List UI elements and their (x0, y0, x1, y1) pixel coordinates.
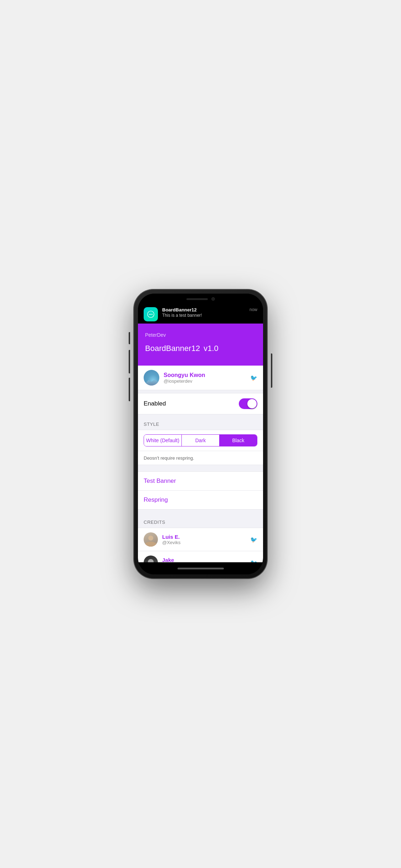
test-banner-label: Test Banner (144, 477, 176, 484)
enabled-toggle[interactable] (239, 398, 257, 409)
style-section-header: STYLE (138, 414, 263, 430)
mute-button (129, 332, 130, 344)
credit-info-1: Jake @the_casle (162, 557, 246, 562)
author-handle: @iospeterdev (164, 378, 246, 384)
author-row[interactable]: Soongyu Kwon @iospeterdev 🐦 (138, 366, 263, 390)
enabled-toggle-row[interactable]: Enabled (138, 393, 263, 414)
notch (172, 294, 229, 304)
home-bar (178, 568, 224, 569)
test-banner-action[interactable]: Test Banner (138, 471, 263, 491)
home-indicator (138, 562, 263, 574)
twitter-icon-credit-0[interactable]: 🐦 (250, 536, 257, 543)
author-avatar (144, 370, 159, 386)
app-header-banner: PeterDev BoardBanner12 v1.0 (138, 324, 263, 366)
credit-avatar-0 (144, 532, 158, 547)
speaker (186, 298, 208, 300)
chat-icon (147, 310, 155, 318)
style-dark-button[interactable]: Dark (181, 435, 219, 446)
credit-handle-0: @Xeviks (162, 540, 246, 545)
respring-action[interactable]: Respring (138, 491, 263, 510)
svg-point-3 (151, 314, 153, 315)
credit-item-1[interactable]: Jake @the_casle 🐦 (138, 551, 263, 562)
style-description-text: Deosn't require respring. (144, 455, 194, 461)
credit-name-1: Jake (162, 557, 246, 562)
app-title: BoardBanner12 v1.0 (145, 339, 256, 354)
credits-header: CREDITS (138, 517, 263, 528)
credit-avatar-1 (144, 556, 158, 562)
svg-point-1 (149, 314, 150, 315)
phone-screen: BoardBanner12 This is a test banner! now… (138, 294, 263, 574)
credits-section: CREDITS Luis E. @Xeviks 🐦 Jake (138, 517, 263, 562)
style-header-label: STYLE (144, 422, 257, 427)
main-scroll-area[interactable]: PeterDev BoardBanner12 v1.0 Soongyu Kwon… (138, 324, 263, 562)
notification-title: BoardBanner12 (162, 307, 245, 312)
style-button-group: White (Default) Dark Black (144, 434, 257, 446)
power-button (271, 353, 272, 388)
toggle-label: Enabled (144, 400, 166, 407)
credit-name-0: Luis E. (162, 534, 246, 540)
respring-label: Respring (144, 496, 168, 503)
notification-text: BoardBanner12 This is a test banner! (162, 307, 245, 318)
twitter-icon-credit-1[interactable]: 🐦 (250, 559, 257, 563)
notification-body: This is a test banner! (162, 313, 245, 318)
twitter-icon[interactable]: 🐦 (250, 374, 257, 381)
style-picker-container[interactable]: White (Default) Dark Black (138, 430, 263, 451)
toggle-knob (247, 399, 257, 408)
credit-info-0: Luis E. @Xeviks (162, 534, 246, 545)
svg-point-2 (150, 314, 151, 315)
app-version: v1.0 (204, 344, 219, 353)
style-white-button[interactable]: White (Default) (144, 435, 181, 446)
app-icon (144, 307, 158, 321)
volume-down-button (129, 378, 130, 401)
author-name: Soongyu Kwon (164, 372, 246, 378)
style-black-button[interactable]: Black (219, 435, 257, 446)
credits-label: CREDITS (144, 520, 257, 525)
app-name: BoardBanner12 (145, 344, 200, 353)
developer-label: PeterDev (145, 332, 256, 338)
author-info: Soongyu Kwon @iospeterdev (164, 372, 246, 384)
phone-device: BoardBanner12 This is a test banner! now… (134, 289, 267, 579)
camera (211, 297, 215, 301)
credit-item-0[interactable]: Luis E. @Xeviks 🐦 (138, 528, 263, 551)
volume-up-button (129, 350, 130, 373)
style-description: Deosn't require respring. (138, 451, 263, 465)
notification-time: now (250, 307, 257, 312)
